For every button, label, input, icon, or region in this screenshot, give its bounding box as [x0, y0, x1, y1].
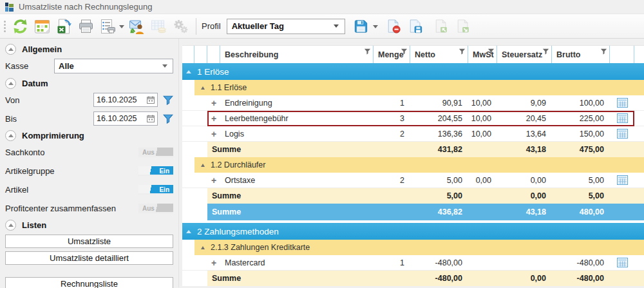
cell-brutto: 5,00: [552, 176, 610, 185]
sachkonto-toggle[interactable]: Aus: [138, 148, 173, 157]
calculator-button[interactable]: [610, 258, 634, 267]
group-label: 1 Erlöse: [197, 67, 229, 77]
table-row[interactable]: + Logis 2 136,36 10,00 13,64 150,00: [182, 126, 644, 142]
toolbar-grip[interactable]: [4, 21, 6, 32]
collapse-arrow-icon[interactable]: [201, 246, 205, 249]
column-header-netto[interactable]: Netto: [410, 46, 468, 63]
print-list-button[interactable]: [97, 16, 118, 37]
export-profile-button[interactable]: [453, 16, 475, 37]
collapse-circle-icon[interactable]: [5, 130, 16, 141]
summe-row[interactable]: Summe 5,00 0,00 5,00: [207, 188, 644, 204]
filter-funnel-icon[interactable]: [459, 48, 466, 57]
collapse-circle-icon[interactable]: [5, 78, 16, 89]
section-title: Allgemein: [22, 44, 62, 54]
subgroup-row[interactable]: 1.2 Durchläufer: [194, 157, 644, 173]
table-row[interactable]: + Ortstaxe 2 5,00 0,00 0,00 5,00: [182, 173, 644, 188]
bis-date-input[interactable]: 16.10.2025: [93, 111, 158, 126]
umsatzliste-button[interactable]: Umsatzliste: [5, 235, 173, 248]
artikelgruppe-toggle[interactable]: Ein: [138, 166, 173, 176]
cell-menge: 1: [374, 99, 410, 108]
calculator-button[interactable]: [610, 175, 634, 185]
profile-dropdown[interactable]: Aktueller Tag: [227, 19, 345, 34]
cell-mwst: 10,00: [468, 114, 497, 123]
section-listen[interactable]: Listen: [5, 220, 173, 231]
section-allgemein[interactable]: Allgemein: [5, 44, 173, 55]
refresh-button[interactable]: [9, 16, 31, 37]
filter-funnel-icon[interactable]: [401, 48, 408, 57]
column-header-steuersatz[interactable]: Steuersatz: [497, 46, 552, 63]
save-profile-as-button[interactable]: [405, 16, 427, 37]
table-row[interactable]: + Endreinigung 1 90,91 10,00 9,09 100,00: [182, 95, 644, 111]
table-coins-button[interactable]: [147, 16, 169, 37]
calculator-icon: [617, 113, 628, 123]
summe-label: Summe: [207, 191, 374, 200]
filter-funnel-icon[interactable]: [542, 48, 549, 57]
total-summe-row[interactable]: Summe 436,82 43,18 480,00: [207, 204, 644, 220]
header-indent-cell: [207, 46, 220, 63]
filter-funnel-icon[interactable]: [488, 48, 495, 57]
cell-brutto: 100,00: [552, 99, 610, 108]
column-header-beschreibung[interactable]: Beschreibung: [220, 46, 374, 63]
section-komprimierung[interactable]: Komprimierung: [5, 130, 173, 141]
settings-button[interactable]: [169, 16, 191, 37]
artikel-toggle[interactable]: Ein: [138, 185, 173, 195]
filter-funnel-icon[interactable]: [600, 48, 607, 57]
cell-menge: 2: [374, 176, 410, 185]
calculator-button[interactable]: [610, 129, 634, 139]
calendar-small-icon[interactable]: [147, 115, 155, 122]
cell-menge: 2: [374, 130, 410, 139]
summe-label: Summe: [207, 274, 374, 283]
cell-brutto: 480,00: [552, 207, 610, 216]
section-datum[interactable]: Datum: [5, 78, 173, 89]
collapse-arrow-icon[interactable]: [201, 164, 205, 167]
filter-funnel-icon[interactable]: [364, 48, 371, 57]
rechnungsliste-button[interactable]: Rechnungsliste: [5, 277, 173, 288]
collapse-arrow-icon[interactable]: [186, 230, 191, 233]
collapse-circle-icon[interactable]: [5, 44, 16, 55]
excel-export-button[interactable]: [53, 16, 75, 37]
calendar-small-icon[interactable]: [147, 96, 155, 104]
column-header-mwst[interactable]: MwSt: [468, 46, 497, 63]
print-list-dropdown-caret[interactable]: [119, 25, 124, 31]
summe-row[interactable]: Summe -480,00 0,00 -480,00: [207, 271, 644, 286]
cell-netto: 136,36: [410, 130, 468, 139]
summe-row[interactable]: Summe 431,82 43,18 475,00: [207, 142, 644, 157]
expand-plus-icon[interactable]: +: [207, 175, 220, 186]
kasse-dropdown[interactable]: Alle: [54, 59, 173, 73]
delete-profile-button[interactable]: [383, 16, 405, 37]
von-date-input[interactable]: 16.10.2025: [93, 93, 158, 107]
send-report-icon: [129, 19, 145, 34]
profitcenter-toggle[interactable]: Aus: [138, 204, 173, 213]
print-button[interactable]: [75, 16, 97, 37]
subgroup-label: 2.1.3 Zahlungen Kreditkarte: [211, 243, 310, 252]
column-header-brutto[interactable]: Brutto: [552, 46, 610, 63]
calendar-button[interactable]: [31, 16, 53, 37]
calculator-button[interactable]: [610, 98, 634, 108]
collapse-circle-icon[interactable]: [5, 220, 16, 231]
collapse-arrow-icon[interactable]: [201, 86, 205, 90]
subgroup-row[interactable]: 1.1 Erlöse: [194, 80, 644, 95]
calculator-button[interactable]: [610, 113, 634, 123]
send-report-button[interactable]: [126, 16, 147, 37]
column-header-menge[interactable]: Menge: [374, 46, 410, 63]
table-row-selected[interactable]: + Leerbettengebühr 3 204,55 10,00 20,45 …: [182, 111, 644, 126]
filter-funnel-icon: [163, 114, 173, 124]
cell-beschreibung: Logis: [220, 130, 374, 139]
expand-plus-icon[interactable]: +: [207, 129, 220, 139]
umsatzliste-detailliert-button[interactable]: Umsatzliste detailliert: [5, 251, 173, 265]
kasse-label: Kasse: [5, 61, 54, 71]
group-row[interactable]: 2 Zahlungsmethoden: [182, 223, 644, 240]
import-profile-button[interactable]: [431, 16, 453, 37]
expand-plus-icon[interactable]: +: [207, 258, 220, 268]
collapse-arrow-icon[interactable]: [186, 70, 191, 73]
expand-plus-icon[interactable]: +: [207, 98, 220, 108]
expand-plus-icon[interactable]: +: [207, 113, 220, 124]
save-profile-button[interactable]: [350, 16, 372, 37]
save-profile-dropdown-caret[interactable]: [373, 25, 378, 31]
von-filter-button[interactable]: [163, 95, 173, 105]
bis-filter-button[interactable]: [163, 114, 173, 124]
data-grid: Beschreibung Menge Netto MwSt: [182, 45, 644, 286]
group-row[interactable]: 1 Erlöse: [182, 63, 644, 80]
subgroup-row[interactable]: 2.1.3 Zahlungen Kreditkarte: [194, 240, 644, 255]
table-row[interactable]: + Mastercard 1 -480,00 -480,00: [182, 255, 644, 271]
